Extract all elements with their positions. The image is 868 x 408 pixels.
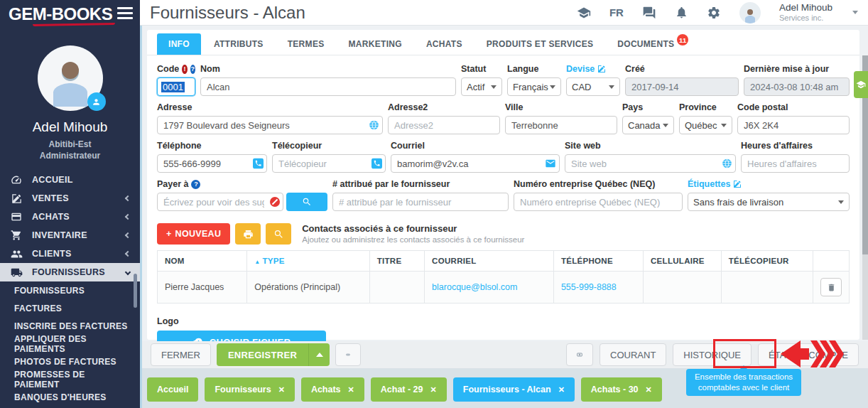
edit-icon[interactable]: [597, 65, 606, 73]
tab-documents[interactable]: DOCUMENTS 11: [606, 33, 685, 55]
chat-icon[interactable]: [642, 6, 656, 20]
col-type[interactable]: ▲TYPE: [247, 251, 369, 272]
submenu-item-photos-factures[interactable]: PHOTOS DE FACTURES: [0, 353, 140, 370]
heures-affaires-input[interactable]: [741, 154, 850, 173]
sidebar-item-clients[interactable]: CLIENTS: [0, 245, 140, 263]
close-icon[interactable]: ✕: [348, 385, 354, 394]
neq-input[interactable]: [514, 193, 683, 211]
contact-telephone-link[interactable]: 555-999-8888: [561, 282, 617, 292]
submenu-item-promesses-paiement[interactable]: PROMESSES DE PAIEMENT: [0, 370, 140, 388]
copy-link-button[interactable]: [335, 343, 361, 366]
help-side-tab[interactable]: [854, 71, 868, 98]
courriel-input[interactable]: [391, 154, 560, 173]
remove-icon[interactable]: [270, 197, 280, 207]
tab-produits-et-services[interactable]: PRODUITS ET SERVICES: [475, 33, 604, 55]
user-avatar[interactable]: [739, 2, 761, 23]
sidebar-scrollbar-thumb[interactable]: [134, 274, 137, 308]
submenu-item-factures[interactable]: FACTURES: [0, 299, 140, 317]
submenu-item-inscrire-factures[interactable]: INSCRIRE DES FACTURES: [0, 317, 140, 335]
sidebar-item-accueil[interactable]: ACCUEIL: [0, 171, 140, 189]
etiquettes-select[interactable]: Sans frais de livraison: [688, 193, 850, 211]
workspace-tab-fournisseurs-alcan[interactable]: Fournisseurs - Alcan✕: [453, 377, 575, 402]
col-cellulaire[interactable]: CELLULAIRE: [644, 251, 722, 272]
scrollbar-track[interactable]: [862, 55, 868, 340]
telecopieur-input[interactable]: [272, 154, 386, 173]
tab-achats[interactable]: ACHATS: [415, 33, 474, 55]
print-button[interactable]: [235, 223, 261, 245]
workspace-tab-achats-30[interactable]: Achats - 30✕: [581, 377, 662, 402]
col-nom[interactable]: NOM: [158, 251, 247, 272]
avatar-status-badge[interactable]: [87, 92, 106, 111]
user-menu[interactable]: Adel Mihoub Services inc.: [779, 3, 832, 22]
gear-icon[interactable]: [707, 6, 721, 20]
langue-select[interactable]: Français: [507, 77, 561, 96]
ville-input[interactable]: [505, 116, 617, 134]
workspace-tab-achats[interactable]: Achats✕: [301, 377, 364, 402]
tab-marketing[interactable]: MARKETING: [337, 33, 413, 55]
statut-select[interactable]: Actif: [461, 77, 502, 96]
help-icon[interactable]: ?: [190, 65, 195, 74]
new-contact-button[interactable]: +NOUVEAU: [157, 223, 230, 245]
money-view-button[interactable]: [566, 343, 593, 366]
tab-info[interactable]: INFO: [157, 33, 201, 55]
close-icon[interactable]: ✕: [558, 385, 565, 394]
sidebar-item-fournisseurs[interactable]: FOURNISSEURS: [0, 263, 140, 281]
phone-icon[interactable]: [371, 159, 382, 169]
close-icon[interactable]: ✕: [278, 385, 285, 394]
courant-button[interactable]: COURANT: [600, 343, 666, 366]
alert-icon[interactable]: !: [182, 65, 187, 74]
edit-icon[interactable]: [733, 180, 742, 188]
etiquettes-label[interactable]: Étiquettes: [688, 179, 730, 189]
pays-select[interactable]: Canada: [622, 116, 674, 134]
phone-icon[interactable]: [253, 159, 264, 169]
envelope-icon[interactable]: [545, 158, 556, 169]
workspace-tab-accueil[interactable]: Accueil: [147, 377, 198, 402]
adresse2-input[interactable]: [388, 116, 500, 134]
attribue-input[interactable]: [332, 193, 509, 211]
app-logo[interactable]: GEM-BOOKS: [9, 4, 112, 24]
code-input[interactable]: 0001: [157, 77, 195, 96]
workspace-tab-achat-29[interactable]: Achat - 29✕: [371, 377, 447, 402]
sidebar-item-ventes[interactable]: VENTES: [0, 189, 140, 208]
historique-button[interactable]: HISTORIQUE: [673, 343, 752, 366]
bell-icon[interactable]: [675, 6, 688, 19]
help-icon[interactable]: ?: [191, 180, 200, 189]
etat-de-compte-button[interactable]: ÉTAT DE COMPTE: [758, 343, 859, 366]
search-contacts-button[interactable]: [266, 223, 291, 245]
submenu-item-appliquer-paiements[interactable]: APPLIQUER DES PAIEMENTS: [0, 335, 140, 353]
code-postal-input[interactable]: [737, 116, 850, 134]
hamburger-menu-icon[interactable]: [117, 7, 133, 22]
devise-select[interactable]: CAD: [566, 77, 620, 96]
enregistrer-dropdown-button[interactable]: [308, 343, 330, 366]
payer-a-input[interactable]: [157, 193, 283, 211]
tab-termes[interactable]: TERMES: [276, 33, 336, 55]
site-web-input[interactable]: [565, 154, 736, 173]
submenu-item-fournisseurs[interactable]: FOURNISSEURS: [0, 281, 140, 299]
province-select[interactable]: Québec: [679, 116, 732, 134]
col-telephone[interactable]: TÉLÉPHONE: [553, 251, 643, 272]
col-courriel[interactable]: COURRIEL: [425, 251, 554, 272]
tab-attributs[interactable]: ATTRIBUTS: [202, 33, 275, 55]
close-icon[interactable]: ✕: [646, 385, 652, 394]
graduation-cap-icon[interactable]: [577, 6, 591, 20]
payer-search-button[interactable]: [286, 193, 327, 211]
close-icon[interactable]: ✕: [430, 385, 437, 394]
sidebar-item-achats[interactable]: ACHATS: [0, 208, 140, 226]
devise-label[interactable]: Devise: [566, 64, 595, 74]
col-telecopieur[interactable]: TÉLÉCOPIEUR: [721, 251, 813, 272]
sidebar-item-inventaire[interactable]: INVENTAIRE: [0, 226, 140, 245]
submenu-item-banques-heures[interactable]: BANQUES D'HEURES: [0, 388, 140, 406]
globe-icon[interactable]: [369, 120, 379, 131]
fermer-button[interactable]: FERMER: [151, 343, 211, 366]
language-toggle[interactable]: FR: [609, 6, 624, 18]
contact-courriel-link[interactable]: blarocque@blsol.com: [432, 282, 517, 292]
adresse-input[interactable]: [157, 116, 383, 134]
telephone-input[interactable]: [157, 154, 267, 173]
enregistrer-button[interactable]: ENREGISTRER: [217, 343, 308, 366]
col-titre[interactable]: TITRE: [369, 251, 424, 272]
nom-input[interactable]: [200, 77, 456, 96]
workspace-tab-fournisseurs[interactable]: Fournisseurs✕: [205, 377, 294, 402]
chevron-down-icon[interactable]: [852, 11, 858, 14]
globe-icon[interactable]: [722, 159, 732, 169]
delete-contact-button[interactable]: [820, 278, 842, 296]
